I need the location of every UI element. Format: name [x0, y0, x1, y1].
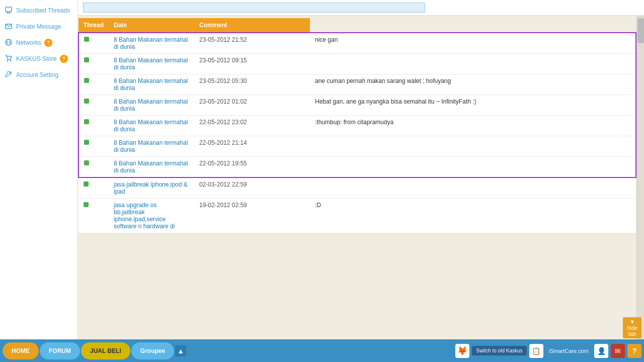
- green-dot: [84, 140, 89, 145]
- comment-cell: [310, 177, 636, 199]
- table-row: 8 Bahan Makanan termahal di dunia23-05-2…: [78, 33, 636, 54]
- comment-cell: ane cuman pernah makan sarang walet ; ho…: [310, 74, 636, 95]
- table-row: 8 Bahan Makanan termahal di dunia22-05-2…: [78, 116, 636, 136]
- help-icon: ?: [632, 347, 637, 355]
- right-scrollbar[interactable]: [636, 16, 644, 339]
- networks-badge: ?: [44, 39, 52, 47]
- date-cell: 23-05-2012 01:02: [194, 95, 310, 116]
- switch-kaskus-button[interactable]: Switch to old Kaskus: [472, 346, 526, 355]
- thread-link[interactable]: 8 Bahan Makanan termahal di dunia: [114, 98, 188, 112]
- date-cell: 22-05-2012 19:55: [194, 157, 310, 178]
- globe-icon: [5, 39, 13, 47]
- thread-table: Thread Date Comment 8 Bahan Makanan term…: [78, 18, 636, 233]
- date-cell: 23-05-2012 21:52: [194, 33, 310, 54]
- help-icon-box[interactable]: ?: [627, 344, 641, 358]
- monitor-icon: [5, 7, 13, 15]
- svg-point-8: [7, 60, 9, 62]
- feed-icon-box[interactable]: 📋: [529, 344, 543, 358]
- home-tab[interactable]: HOME: [3, 342, 39, 359]
- wrench-icon: [5, 71, 13, 79]
- table-header-row: Thread Date Comment: [78, 18, 636, 33]
- thread-link[interactable]: 8 Bahan Makanan termahal di dunia: [114, 160, 188, 174]
- svg-rect-0: [6, 7, 12, 12]
- mail-icon-box[interactable]: ✉: [611, 344, 625, 358]
- sidebar-item-label: Private Message: [16, 23, 61, 30]
- table-row: jasa upgrade os bb,jailbreak iphone,ipad…: [78, 199, 636, 233]
- sidebar-item-label: Subscribed Threads: [16, 7, 70, 14]
- groupee-tab[interactable]: Groupee: [131, 342, 174, 359]
- comment-cell: [310, 54, 636, 74]
- kaskus-store-badge: ?: [60, 55, 68, 63]
- scrollbar-thumb: [637, 18, 644, 43]
- feed-icon: 📋: [532, 347, 540, 355]
- taskbar: ▼ hide tab HOME FORUM JUAL BELI Groupee …: [0, 339, 644, 362]
- thread-link[interactable]: 8 Bahan Makanan termahal di dunia: [114, 36, 188, 50]
- date-cell: 23-05-2012 09:15: [194, 54, 310, 74]
- url-input[interactable]: [83, 3, 425, 13]
- sidebar-item-kaskus-store[interactable]: KASKUS Store ?: [0, 51, 77, 67]
- top-input-area: [78, 0, 644, 16]
- sidebar-item-label: Account Setting: [16, 71, 58, 78]
- green-dot: [84, 119, 89, 124]
- arrow-button[interactable]: ▲: [175, 345, 186, 356]
- content-scroll[interactable]: Thread Date Comment 8 Bahan Makanan term…: [78, 16, 636, 339]
- forum-tab[interactable]: FORUM: [40, 342, 80, 359]
- mail-icon: ✉: [615, 347, 621, 355]
- green-dot: [84, 37, 89, 42]
- date-cell: 02-03-2012 22:59: [194, 177, 310, 199]
- comment-cell: [310, 136, 636, 157]
- comment-cell: Hebat gan, ane ga nyangka bisa semahal i…: [310, 95, 636, 116]
- green-dot: [84, 182, 89, 187]
- user-icon: 👤: [597, 347, 606, 355]
- kaskus-icon-box[interactable]: 🦊: [455, 344, 469, 358]
- envelope-icon: [5, 23, 13, 31]
- user-icon-box[interactable]: 👤: [594, 344, 608, 358]
- sidebar-item-label: Networks: [16, 39, 41, 46]
- sidebar-item-networks[interactable]: Networks ?: [0, 35, 77, 51]
- sidebar-item-account-setting[interactable]: Account Setting: [0, 67, 77, 83]
- date-cell: 19-02-2012 02:59: [194, 199, 310, 233]
- thread-link[interactable]: jasa upgrade os bb,jailbreak iphone,ipad…: [114, 202, 175, 230]
- sidebar-item-private-message[interactable]: Private Message: [0, 19, 77, 35]
- thread-link[interactable]: 8 Bahan Makanan termahal di dunia: [114, 77, 188, 92]
- comment-cell: :thumbup: from citapramudya: [310, 116, 636, 136]
- table-row: 8 Bahan Makanan termahal di dunia23-05-2…: [78, 74, 636, 95]
- table-row: 8 Bahan Makanan termahal di dunia22-05-2…: [78, 136, 636, 157]
- thread-link[interactable]: jasa jailbreak iphone,ipod & ipad: [114, 181, 188, 195]
- date-cell: 22-05-2012 21:14: [194, 136, 310, 157]
- comment-cell: [310, 157, 636, 178]
- sidebar-item-label: KASKUS Store: [16, 55, 57, 62]
- table-row: jasa jailbreak iphone,ipod & ipad02-03-2…: [78, 177, 636, 199]
- date-cell: 22-05-2012 23:02: [194, 116, 310, 136]
- hide-tab-button[interactable]: ▼ hide tab: [623, 317, 641, 338]
- date-cell: 23-05-2012 05:30: [194, 74, 310, 95]
- thread-link[interactable]: 8 Bahan Makanan termahal di dunia: [114, 139, 188, 153]
- sidebar-item-subscribed-threads[interactable]: Subscribed Threads: [0, 3, 77, 19]
- green-dot: [84, 57, 89, 62]
- ismartcare-label[interactable]: iSmartCare.com: [546, 347, 592, 355]
- col-thread: Thread: [78, 18, 109, 33]
- sidebar: Subscribed Threads Private Message Netwo…: [0, 0, 78, 339]
- green-dot: [84, 160, 89, 165]
- green-dot: [84, 99, 89, 104]
- col-date: Date: [109, 18, 194, 33]
- thread-link[interactable]: 8 Bahan Makanan termahal di dunia: [114, 119, 188, 133]
- thread-link[interactable]: 8 Bahan Makanan termahal di dunia: [114, 57, 188, 71]
- comment-cell: nice gan: [310, 33, 636, 54]
- table-row: 8 Bahan Makanan termahal di dunia22-05-2…: [78, 157, 636, 178]
- comment-cell: :D: [310, 199, 636, 233]
- col-comment: Comment: [194, 18, 310, 33]
- table-row: 8 Bahan Makanan termahal di dunia23-05-2…: [78, 95, 636, 116]
- kaskus-icon: 🦊: [457, 346, 467, 355]
- svg-point-9: [10, 60, 12, 62]
- table-row: 8 Bahan Makanan termahal di dunia23-05-2…: [78, 54, 636, 74]
- green-dot: [84, 202, 89, 207]
- cart-icon: [5, 55, 13, 63]
- taskbar-icons: 🦊 Switch to old Kaskus 📋 iSmartCare.com …: [455, 344, 641, 358]
- jualbeli-tab[interactable]: JUAL BELI: [81, 342, 130, 359]
- green-dot: [84, 78, 89, 83]
- main-content: Thread Date Comment 8 Bahan Makanan term…: [78, 0, 644, 339]
